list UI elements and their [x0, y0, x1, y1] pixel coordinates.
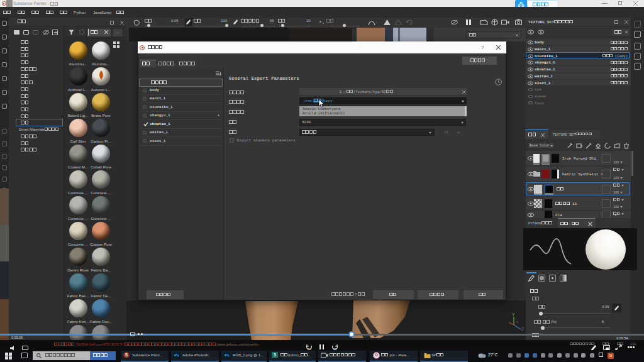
svg-text:Y: Y — [512, 313, 515, 317]
svg-text:Z: Z — [521, 327, 525, 331]
svg-text:x: x — [516, 320, 518, 324]
